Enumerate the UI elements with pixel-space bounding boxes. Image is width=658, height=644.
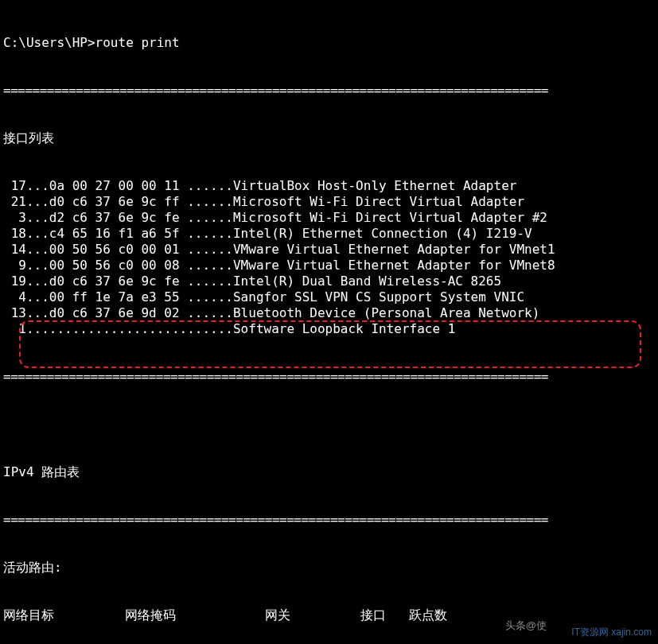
- route-table-header: 网络目标 网络掩码 网关 接口 跃点数: [0, 607, 658, 623]
- interface-entry: 17...0a 00 27 00 00 11 ......VirtualBox …: [0, 178, 658, 194]
- watermark-text: 头条@使: [505, 619, 547, 633]
- interfaces-list: 17...0a 00 27 00 00 11 ......VirtualBox …: [0, 178, 658, 337]
- command-prompt: C:\Users\HP>route print: [0, 35, 658, 51]
- separator-line: ========================================…: [0, 369, 658, 385]
- active-routes-label: 活动路由:: [0, 560, 658, 576]
- interface-entry: 19...d0 c6 37 6e 9c fe ......Intel(R) Du…: [0, 274, 658, 289]
- interface-entry: 9...00 50 56 c0 00 08 ......VMware Virtu…: [0, 258, 658, 274]
- col-header-destination: 网络目标: [3, 607, 83, 623]
- interface-entry: 13...d0 c6 37 6e 9d 02 ......Bluetooth D…: [0, 305, 658, 321]
- interface-entry: 1...........................Software Loo…: [0, 321, 658, 337]
- col-header-interface: 接口: [337, 607, 409, 623]
- interface-entry: 18...c4 65 16 f1 a6 5f ......Intel(R) Et…: [0, 226, 658, 242]
- interface-entry: 3...d2 c6 37 6e 9c fe ......Microsoft Wi…: [0, 210, 658, 226]
- ipv4-route-table-header: IPv4 路由表: [0, 464, 658, 480]
- col-header-gateway: 网关: [218, 607, 337, 623]
- terminal-output: C:\Users\HP>route print ================…: [0, 0, 658, 644]
- col-header-metric: 跃点数: [409, 607, 481, 623]
- separator-line: ========================================…: [0, 83, 658, 99]
- blank-line: [0, 417, 658, 433]
- col-header-netmask: 网络掩码: [83, 607, 218, 623]
- separator-line: ========================================…: [0, 512, 658, 528]
- watermark-logo: IT资源网 xajin.com: [571, 626, 652, 639]
- interface-entry: 14...00 50 56 c0 00 01 ......VMware Virt…: [0, 242, 658, 258]
- interfaces-header: 接口列表: [0, 130, 658, 146]
- interface-entry: 21...d0 c6 37 6e 9c ff ......Microsoft W…: [0, 194, 658, 210]
- interface-entry: 4...00 ff 1e 7a e3 55 ......Sangfor SSL …: [0, 289, 658, 305]
